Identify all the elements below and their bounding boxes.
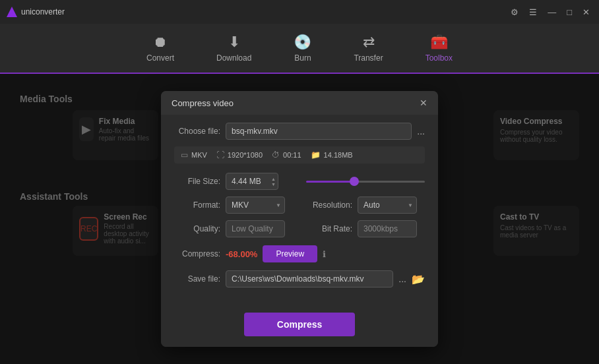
- resolution-value: 1920*1080: [228, 151, 263, 159]
- slider-wrap: [306, 181, 425, 183]
- quality-display: Low Quality: [226, 220, 285, 237]
- modal-body: Choose file: ... ▭ MKV ⛶ 1920*1080 ⏱: [161, 115, 438, 305]
- spinner-up[interactable]: ▲: [271, 177, 276, 181]
- titlebar-controls: ⚙ ☰ — □ ✕: [508, 6, 592, 18]
- file-size-input[interactable]: [226, 173, 278, 190]
- nav-label-download: Download: [216, 53, 251, 63]
- main-content: Media Tools Assistant Tools ▶ Fix Media …: [0, 74, 599, 364]
- duration-value: 00:11: [283, 151, 301, 159]
- spinner-down[interactable]: ▼: [271, 182, 276, 187]
- file-size-label: File Size:: [174, 177, 220, 186]
- format-select[interactable]: MKV MP4 AVI MOV: [226, 197, 285, 214]
- file-input[interactable]: [226, 123, 412, 140]
- nav-item-burn[interactable]: 💿 Burn: [286, 28, 319, 68]
- choose-file-row: Choose file: ...: [174, 123, 425, 140]
- nav-item-toolbox[interactable]: 🧰 Toolbox: [418, 28, 460, 68]
- controls-grid: File Size: ▲ ▼: [174, 173, 425, 237]
- filesize-info: 📁 14.18MB: [311, 150, 353, 160]
- app-logo-icon: [7, 7, 17, 17]
- modal-header: Compress video ✕: [161, 91, 438, 115]
- nav-label-transfer: Transfer: [354, 53, 383, 63]
- resolution-select[interactable]: Auto 1080p 720p 480p 360p: [358, 197, 417, 214]
- settings-icon[interactable]: ⚙: [508, 6, 521, 18]
- open-folder-icon[interactable]: 📂: [412, 273, 425, 286]
- resolution-info: ⛶ 1920*1080: [216, 150, 263, 160]
- folder-info-icon: 📁: [311, 150, 321, 160]
- compress-button[interactable]: Compress: [244, 313, 355, 336]
- format-label: Format:: [174, 200, 220, 210]
- fileinfo-row: ▭ MKV ⛶ 1920*1080 ⏱ 00:11 📁 14.18MB: [174, 146, 425, 164]
- size-input-wrap: ▲ ▼: [226, 173, 278, 190]
- save-path-input[interactable]: [226, 270, 393, 288]
- bitrate-row: Bit Rate: 3000kbps: [306, 220, 425, 237]
- transfer-icon: ⇄: [363, 34, 375, 51]
- format-select-wrap: MKV MP4 AVI MOV: [226, 197, 285, 214]
- format-info: ▭ MKV: [181, 150, 207, 160]
- size-slider[interactable]: [306, 181, 425, 183]
- preview-button[interactable]: Preview: [263, 245, 317, 262]
- info-icon: ℹ: [323, 249, 326, 259]
- resolution-icon: ⛶: [216, 150, 224, 160]
- format-icon: ▭: [181, 150, 188, 160]
- slider-row: [306, 173, 425, 190]
- modal-footer: Compress: [161, 305, 438, 347]
- bitrate-display: 3000kbps: [358, 220, 417, 237]
- compress-label: Compress:: [174, 249, 220, 258]
- maximize-button[interactable]: □: [564, 6, 575, 18]
- resolution-label: Resolution:: [306, 200, 352, 210]
- nav-item-convert[interactable]: ⏺ Convert: [139, 28, 182, 68]
- duration-info: ⏱ 00:11: [272, 150, 301, 160]
- titlebar-left: uniconverter: [7, 7, 65, 17]
- choose-file-label: Choose file:: [174, 127, 220, 136]
- spinner-arrows: ▲ ▼: [271, 177, 276, 187]
- nav-label-burn: Burn: [294, 53, 311, 63]
- format-row: Format: MKV MP4 AVI MOV: [174, 197, 293, 214]
- menu-icon[interactable]: ☰: [526, 6, 540, 18]
- filesize-value: 14.18MB: [324, 151, 353, 159]
- compress-video-modal: Compress video ✕ Choose file: ... ▭ MKV: [161, 91, 438, 347]
- nav-item-download[interactable]: ⬇ Download: [208, 28, 259, 68]
- nav-label-toolbox: Toolbox: [426, 53, 453, 63]
- clock-icon: ⏱: [272, 150, 280, 160]
- save-file-row: Save file: ... 📂: [174, 270, 425, 288]
- close-button[interactable]: ✕: [580, 6, 592, 18]
- toolbox-icon: 🧰: [430, 34, 448, 51]
- file-size-row: File Size: ▲ ▼: [174, 173, 293, 190]
- nav-item-transfer[interactable]: ⇄ Transfer: [346, 28, 391, 68]
- choose-file-dots-button[interactable]: ...: [417, 126, 425, 136]
- modal-overlay: Compress video ✕ Choose file: ... ▭ MKV: [0, 74, 599, 364]
- bitrate-label: Bit Rate:: [306, 224, 352, 233]
- compress-percentage: -68.00%: [226, 249, 257, 259]
- quality-label: Quality:: [174, 224, 220, 233]
- save-dots-button[interactable]: ...: [398, 274, 406, 284]
- format-value: MKV: [191, 151, 207, 159]
- modal-close-button[interactable]: ✕: [420, 98, 427, 108]
- navbar: ⏺ Convert ⬇ Download 💿 Burn ⇄ Transfer 🧰…: [0, 24, 599, 74]
- resolution-row: Resolution: Auto 1080p 720p 480p 360p: [306, 197, 425, 214]
- modal-title: Compress video: [172, 98, 234, 108]
- resolution-select-wrap: Auto 1080p 720p 480p 360p: [358, 197, 417, 214]
- app-name: uniconverter: [21, 7, 65, 16]
- save-file-label: Save file:: [174, 274, 220, 284]
- convert-icon: ⏺: [153, 34, 168, 51]
- minimize-button[interactable]: —: [545, 6, 559, 18]
- burn-icon: 💿: [294, 34, 311, 51]
- compress-info-row: Compress: -68.00% Preview ℹ: [174, 245, 425, 262]
- nav-label-convert: Convert: [146, 53, 174, 63]
- titlebar: uniconverter ⚙ ☰ — □ ✕: [0, 0, 599, 24]
- download-icon: ⬇: [228, 34, 240, 51]
- quality-row: Quality: Low Quality: [174, 220, 293, 237]
- file-size-ctrl: ▲ ▼: [226, 173, 278, 190]
